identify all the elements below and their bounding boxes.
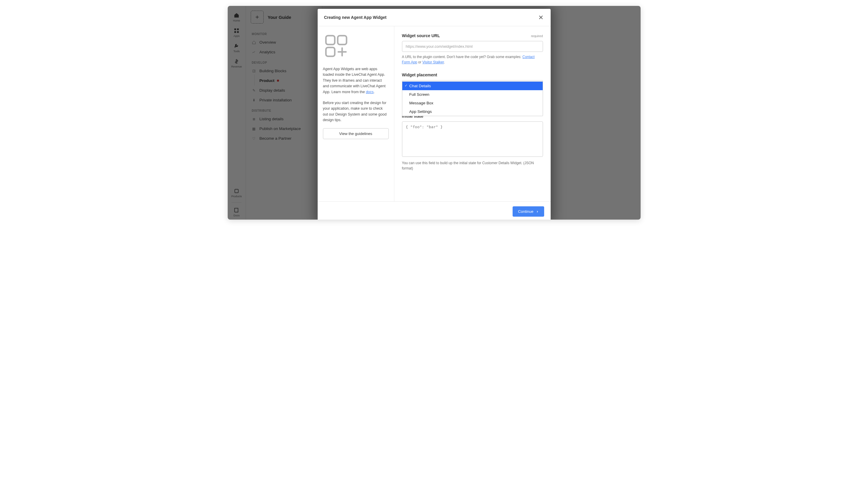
placement-option-app-settings[interactable]: App Settings (402, 107, 543, 116)
placement-dropdown: Chat Details Full Screen Message Box App… (402, 82, 543, 116)
close-icon[interactable] (538, 14, 544, 21)
modal-side-info: Agent App Widgets are web apps loaded in… (318, 26, 394, 201)
required-indicator: required (531, 34, 543, 38)
initial-state-textarea[interactable] (402, 122, 543, 157)
initial-state-help: You can use this field to build up the i… (402, 160, 543, 171)
form-group-source-url: Widget source URL required A URL to the … (402, 33, 543, 65)
chevron-right-icon (536, 210, 539, 213)
example-link-visitor-stalker[interactable]: Visitor Stalker (422, 60, 444, 64)
svg-rect-5 (326, 36, 335, 44)
modal-body: Agent App Widgets are web apps loaded in… (318, 26, 551, 201)
svg-rect-6 (338, 36, 346, 44)
modal-form: Widget source URL required A URL to the … (394, 26, 551, 201)
placement-label: Widget placement (402, 72, 437, 77)
modal-header: Creating new Agent App Widget (318, 9, 551, 26)
create-widget-modal: Creating new Agent App Widget Agent App … (318, 9, 551, 220)
svg-rect-7 (326, 47, 335, 56)
help-prefix: A URL to the plugin content. Don't have … (402, 55, 523, 59)
docs-link[interactable]: docs (366, 90, 373, 94)
side-desc-1-text: Agent App Widgets are web apps loaded in… (323, 67, 386, 94)
placement-option-message-box[interactable]: Message Box (402, 99, 543, 107)
help-or: or (417, 60, 422, 64)
side-description-2: Before you start creating the design for… (323, 100, 389, 123)
source-url-label: Widget source URL (402, 33, 440, 38)
placement-option-chat-details[interactable]: Chat Details (402, 82, 543, 90)
placement-select-wrapper: Chat Details Full Screen Message Box App… (402, 80, 543, 90)
modal-footer: Continue (318, 201, 551, 220)
modal-title: Creating new Agent App Widget (324, 15, 387, 20)
source-url-help: A URL to the plugin content. Don't have … (402, 54, 543, 65)
continue-button-label: Continue (518, 209, 533, 214)
continue-button[interactable]: Continue (513, 206, 544, 217)
widget-tiles-icon (323, 33, 349, 59)
view-guidelines-button[interactable]: View the guidelines (323, 128, 389, 139)
form-group-initial-state: Initial state You can use this field to … (402, 114, 543, 171)
app-window: Home Apps Tools Revenue Products Docs (228, 6, 641, 220)
side-description-1: Agent App Widgets are web apps loaded in… (323, 66, 389, 95)
form-group-placement: Widget placement Chat Details Full Scree… (402, 72, 543, 90)
placement-option-full-screen[interactable]: Full Screen (402, 90, 543, 99)
source-url-input[interactable] (402, 41, 543, 52)
